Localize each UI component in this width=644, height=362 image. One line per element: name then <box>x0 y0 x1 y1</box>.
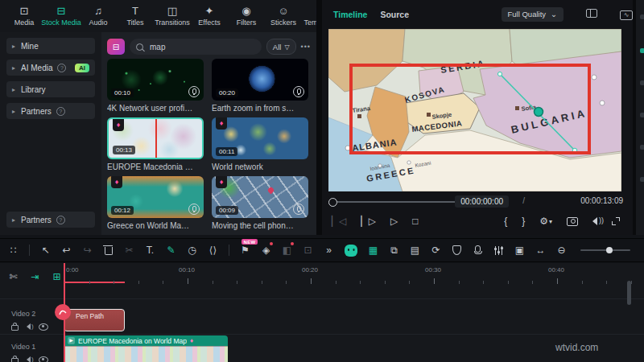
tab-timeline[interactable]: Timeline <box>333 10 367 19</box>
preview-canvas[interactable]: SERBIA KOSOVA MACEDONIA ALBANIA BULGARIA… <box>328 29 621 191</box>
play-button[interactable]: ▷ <box>390 216 398 227</box>
voice-icon <box>188 204 200 215</box>
pen-path-playhead-badge[interactable] <box>55 304 71 320</box>
select-tool-icon[interactable]: ↖ <box>40 242 51 258</box>
search-input[interactable] <box>148 42 255 52</box>
nav-audio[interactable]: ♫ Audio <box>80 6 116 27</box>
export-clip-icon[interactable]: ⧉ <box>389 242 399 258</box>
speed-icon[interactable]: ⟨⟩ <box>208 242 218 258</box>
ai-audio-icon[interactable]: ◈ <box>261 242 271 258</box>
delete-icon[interactable] <box>103 242 114 258</box>
snap-icon[interactable]: ✄ <box>8 269 19 285</box>
zoom-out-icon[interactable]: ⊖ <box>556 242 567 258</box>
mark-out-button[interactable]: } <box>522 216 525 227</box>
nav-item-icon: T <box>132 6 138 18</box>
nav-item-label: Filters <box>237 19 257 27</box>
stop-button[interactable]: □ <box>412 216 418 227</box>
lock-icon[interactable] <box>11 325 19 331</box>
scrubber-handle[interactable] <box>328 198 337 207</box>
stock-card[interactable]: ♦ 00:12 Greece on World Ma… <box>107 176 204 230</box>
ai-assistant-icon[interactable] <box>345 242 357 258</box>
path-mid-point[interactable] <box>535 108 543 117</box>
stock-card[interactable]: ♦ 00:13 EUROPE Macedonia … <box>107 117 204 171</box>
auto-ripple-icon[interactable]: ⇥ <box>30 269 40 285</box>
mask-icon[interactable]: ◧ <box>282 242 292 258</box>
shield-icon[interactable] <box>452 242 462 258</box>
timeline-scrollbar[interactable] <box>627 281 631 305</box>
layout-grid-icon[interactable]: ∷ <box>8 242 19 258</box>
mixer-icon[interactable] <box>493 242 504 258</box>
nav-stickers[interactable]: ☺ Stickers <box>266 6 301 27</box>
app-window: ⊡ Media ⊟ Stock Media ♫ Audio T Titles ◫… <box>0 0 644 362</box>
filter-dropdown[interactable]: All ▽ <box>266 39 296 55</box>
video-scope-icon[interactable]: ∿ <box>620 9 633 20</box>
nav-item-label: Effects <box>198 19 220 27</box>
mark-in-button[interactable]: { <box>504 216 507 227</box>
device-settings-icon[interactable]: ▣ <box>514 242 525 258</box>
layout-panels-icon[interactable] <box>586 9 597 19</box>
link-icon[interactable]: ⊞ <box>52 269 62 285</box>
timeline-ruler[interactable]: 0:0000:1000:2000:3000:40 <box>64 266 644 286</box>
nav-titles[interactable]: T Titles <box>118 6 153 27</box>
volume-button[interactable] <box>592 217 597 225</box>
nav-transitions[interactable]: ◫ Transitions <box>155 6 190 27</box>
toolbar-tool[interactable] <box>229 245 229 256</box>
quality-dropdown[interactable]: Full Quality ⌄ <box>502 7 564 22</box>
keyframe-icon[interactable]: ⚑ NEW <box>240 242 250 258</box>
sidebar-item-partners-bottom[interactable]: ▸ Partners ? <box>6 212 95 228</box>
redo-icon[interactable]: ↪ <box>82 242 93 258</box>
path-end-point[interactable] <box>572 148 577 153</box>
lock-icon[interactable] <box>11 358 19 362</box>
split-icon[interactable]: ✂ <box>124 242 134 258</box>
stock-card[interactable]: 00:10 4K Network user profi… <box>107 59 204 113</box>
timer-icon[interactable]: ◷ <box>187 242 197 258</box>
more-tools-icon[interactable]: » <box>324 242 334 258</box>
text-tool-icon[interactable]: T. <box>145 242 155 258</box>
undo-icon[interactable]: ↩ <box>61 242 72 258</box>
toolbar-tool[interactable] <box>29 245 30 256</box>
fullscreen-button[interactable] <box>612 217 620 225</box>
tab-source[interactable]: Source <box>380 10 409 19</box>
help-icon[interactable]: ? <box>56 216 65 224</box>
fit-timeline-icon[interactable]: ↔ <box>535 242 546 258</box>
nav-effects[interactable]: ✦ Effects <box>192 6 227 27</box>
nav-stock-media[interactable]: ⊟ Stock Media <box>43 6 79 27</box>
next-frame-button[interactable]: ▏▷ <box>361 216 375 227</box>
more-options-button[interactable]: ••• <box>301 43 311 51</box>
speaker-icon[interactable] <box>27 323 31 330</box>
stock-card[interactable]: ♦ 00:11 World network <box>212 117 308 171</box>
export-frame-icon[interactable]: ▤ <box>410 242 420 258</box>
nav-item-label: Stock Media <box>41 19 81 27</box>
stock-card[interactable]: ♦ 00:09 Moving the cell phon… <box>212 176 308 230</box>
stock-provider-icon[interactable]: ⊟ <box>107 39 125 55</box>
eye-icon[interactable] <box>39 356 48 362</box>
clip-pen-path[interactable]: Pen Path <box>64 309 125 331</box>
sidebar-item-library[interactable]: ▸ Library <box>6 81 95 97</box>
plugin-icon[interactable]: ⊡ <box>303 242 313 258</box>
path-start-point[interactable] <box>497 72 502 76</box>
nav-filters[interactable]: ◉ Filters <box>229 6 264 27</box>
sidebar-item-mine[interactable]: ▸ Mine <box>6 38 95 54</box>
premium-gem-icon: ♦ <box>113 119 124 131</box>
ai-chip-icon[interactable]: ▦ <box>368 242 378 258</box>
render-settings-button[interactable]: ⚙▾ <box>539 216 552 227</box>
help-icon[interactable]: ? <box>57 64 66 72</box>
mic-icon[interactable] <box>473 242 483 258</box>
help-icon[interactable]: ? <box>56 107 65 116</box>
ruler-label: 0:00 <box>66 266 79 274</box>
nav-media[interactable]: ⊡ Media <box>6 6 42 27</box>
sidebar-item-ai-media[interactable]: ▸ AI Media ? AI <box>6 60 95 76</box>
eye-icon[interactable] <box>39 323 48 331</box>
snapshot-button[interactable] <box>567 217 578 226</box>
clip-europe-macedonia[interactable]: ▶ EUROPE Macedonia on World Map ♦ <box>64 335 228 362</box>
prev-frame-button[interactable]: ▏◁ <box>332 216 346 227</box>
panel-divider <box>316 0 322 235</box>
nav-item-label: Stickers <box>270 19 296 27</box>
sidebar-item-partners[interactable]: ▸ Partners ? <box>6 103 95 119</box>
loop-record-icon[interactable]: ⟳ <box>431 242 441 258</box>
speaker-icon[interactable] <box>27 356 31 362</box>
stock-card[interactable]: 00:20 Earth zoom in from s… <box>212 59 308 113</box>
search-box[interactable] <box>130 39 262 55</box>
pen-tool-icon[interactable]: ✎ <box>166 242 176 258</box>
zoom-slider[interactable] <box>577 242 634 258</box>
